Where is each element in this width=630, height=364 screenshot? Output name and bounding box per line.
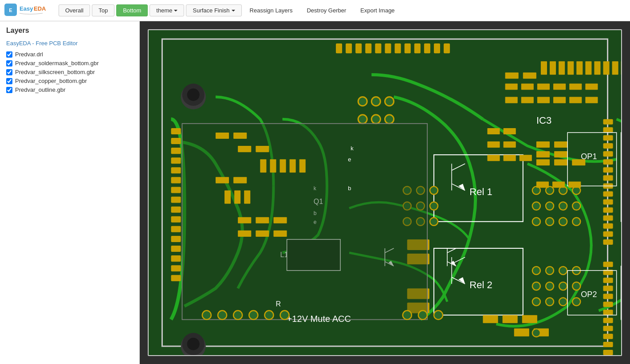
svg-point-240 [187, 89, 200, 101]
svg-point-124 [358, 115, 367, 124]
layers-list: Predvar.drlPredvar_soldermask_bottom.gbr… [6, 51, 133, 93]
svg-rect-133 [572, 159, 585, 165]
theme-caret-icon [174, 10, 177, 12]
layer-checkbox[interactable] [6, 87, 12, 93]
svg-rect-206 [224, 190, 231, 204]
svg-text:IC3: IC3 [536, 115, 551, 126]
svg-rect-130 [554, 151, 567, 157]
svg-text:e: e [348, 156, 351, 163]
svg-point-123 [385, 97, 394, 106]
svg-rect-127 [536, 141, 550, 148]
svg-point-155 [559, 266, 567, 274]
layer-item: Predvar_soldermask_bottom.gbr [6, 60, 133, 67]
layer-label: Predvar.drl [15, 51, 43, 58]
svg-point-220 [280, 311, 289, 320]
svg-rect-208 [244, 190, 250, 204]
svg-rect-229 [537, 83, 550, 90]
svg-rect-58 [603, 262, 613, 267]
layer-checkbox[interactable] [6, 51, 12, 58]
svg-rect-61 [603, 286, 613, 291]
svg-rect-207 [234, 190, 240, 204]
svg-point-160 [572, 282, 580, 290]
svg-rect-14 [171, 128, 181, 134]
svg-rect-56 [603, 231, 613, 237]
svg-point-217 [233, 311, 242, 320]
svg-rect-238 [585, 97, 598, 103]
svg-point-126 [385, 115, 394, 124]
svg-rect-15 [171, 138, 181, 144]
svg-rect-235 [537, 97, 550, 103]
svg-point-151 [559, 218, 567, 226]
svg-rect-213 [256, 231, 269, 237]
layer-checkbox[interactable] [6, 60, 12, 67]
svg-rect-52 [603, 200, 613, 205]
svg-rect-51 [603, 191, 613, 196]
svg-point-222 [418, 311, 427, 320]
svg-rect-36 [395, 43, 401, 53]
svg-rect-24 [171, 226, 181, 232]
svg-rect-46 [603, 151, 613, 157]
pcb-canvas-area[interactable]: IC1 IC2 IC3 OP1 OP2 Rel 1 Rel [140, 21, 630, 364]
layer-label: Predvar_outline.gbr [15, 86, 65, 93]
svg-point-173 [430, 218, 438, 226]
svg-rect-62 [603, 294, 613, 299]
svg-rect-69 [603, 350, 613, 355]
layer-label: Predvar_soldermask_bottom.gbr [15, 60, 99, 67]
theme-label: theme [156, 7, 172, 14]
svg-rect-65 [603, 318, 613, 323]
reassign-layers-button[interactable]: Reassign Layers [244, 5, 299, 16]
svg-rect-201 [280, 159, 286, 172]
svg-text:Rel 1: Rel 1 [469, 186, 492, 197]
theme-dropdown[interactable]: theme [150, 4, 184, 16]
svg-rect-180 [522, 315, 537, 323]
svg-rect-234 [521, 97, 534, 103]
easyeda-link[interactable]: EasyEDA - Free PCB Editor [6, 40, 133, 47]
svg-rect-57 [603, 239, 613, 245]
svg-rect-110 [603, 61, 610, 74]
top-button[interactable]: Top [92, 4, 114, 16]
sidebar: Layers EasyEDA - Free PCB Editor Predvar… [0, 21, 140, 364]
bottom-button[interactable]: Bottom [116, 4, 148, 16]
svg-rect-211 [273, 217, 287, 223]
svg-point-149 [532, 218, 540, 226]
pcb-svg: IC1 IC2 IC3 OP1 OP2 Rel 1 Rel [149, 30, 621, 355]
svg-rect-233 [505, 97, 518, 103]
svg-rect-39 [424, 43, 430, 53]
svg-rect-103 [541, 61, 547, 74]
svg-rect-134 [487, 128, 500, 134]
svg-rect-196 [233, 133, 247, 139]
svg-rect-132 [554, 159, 567, 165]
svg-rect-101 [505, 72, 519, 78]
svg-rect-128 [554, 141, 567, 148]
svg-rect-16 [171, 148, 181, 154]
svg-point-158 [546, 282, 554, 290]
svg-rect-25 [171, 236, 181, 242]
logo[interactable]: E Easy EDA [4, 2, 52, 19]
svg-point-216 [218, 311, 227, 320]
destroy-gerber-button[interactable]: Destroy Gerber [300, 5, 352, 16]
svg-rect-41 [444, 43, 450, 53]
svg-rect-66 [603, 326, 613, 331]
svg-rect-43 [603, 127, 613, 133]
overall-button[interactable]: Overall [59, 4, 90, 16]
pcb-board: IC1 IC2 IC3 OP1 OP2 Rel 1 Rel [148, 29, 622, 356]
svg-rect-137 [504, 141, 516, 148]
surface-finish-label: Surface Finish [193, 7, 229, 14]
svg-rect-135 [504, 128, 516, 134]
layer-item: Predvar_copper_bottom.gbr [6, 78, 133, 84]
layer-checkbox[interactable] [6, 69, 12, 75]
svg-rect-33 [365, 43, 371, 53]
svg-rect-138 [487, 155, 500, 161]
svg-point-161 [532, 297, 540, 305]
surface-finish-dropdown[interactable]: Surface Finish [186, 4, 241, 16]
svg-rect-107 [576, 61, 583, 74]
svg-rect-29 [171, 275, 181, 281]
svg-rect-139 [504, 155, 516, 161]
svg-rect-129 [536, 151, 550, 157]
svg-point-147 [559, 202, 567, 210]
export-image-button[interactable]: Export Image [354, 5, 401, 16]
svg-rect-64 [603, 310, 613, 315]
layer-checkbox[interactable] [6, 78, 12, 84]
svg-point-162 [546, 297, 554, 305]
svg-rect-30 [336, 43, 342, 53]
